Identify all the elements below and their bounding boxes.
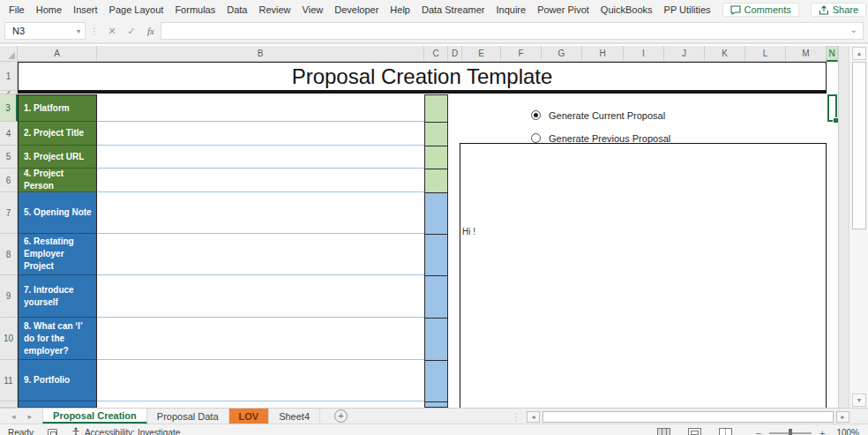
comments-button[interactable]: Comments bbox=[722, 3, 799, 17]
menu-view[interactable]: View bbox=[303, 4, 324, 15]
tab-proposal-creation[interactable]: Proposal Creation bbox=[42, 409, 147, 424]
radio-generate-current[interactable]: Generate Current Proposal bbox=[531, 109, 665, 122]
active-cell-n3[interactable] bbox=[827, 94, 837, 122]
column-header-i[interactable]: I bbox=[624, 46, 664, 62]
row-header-4[interactable]: 4 bbox=[0, 122, 18, 146]
cell-c12[interactable] bbox=[424, 401, 448, 408]
cell-b5[interactable] bbox=[97, 146, 424, 169]
menu-file[interactable]: File bbox=[9, 4, 25, 15]
sheet-nav-right-icon[interactable]: ▸ bbox=[28, 412, 33, 421]
row-header-3[interactable]: 3 bbox=[0, 94, 18, 122]
cell-b3[interactable] bbox=[97, 94, 424, 122]
column-header-k[interactable]: K bbox=[705, 46, 745, 62]
column-header-e[interactable]: E bbox=[462, 46, 501, 62]
menu-review[interactable]: Review bbox=[258, 4, 290, 15]
scrollbar-splitter-icon[interactable]: ⋮ bbox=[512, 412, 520, 422]
label-row12-partial[interactable] bbox=[18, 401, 97, 408]
zoom-out-icon[interactable]: − bbox=[752, 428, 766, 435]
select-all-corner[interactable] bbox=[0, 46, 18, 62]
formula-input[interactable]: ⌄ bbox=[161, 22, 864, 40]
cell-c3[interactable] bbox=[424, 94, 448, 123]
row-header-12[interactable] bbox=[0, 401, 18, 408]
name-box-chevron-icon[interactable]: ▾ bbox=[77, 27, 80, 35]
scroll-left-icon[interactable]: ◄ bbox=[527, 411, 540, 423]
column-header-g[interactable]: G bbox=[542, 46, 582, 62]
scroll-down-icon[interactable]: ▼ bbox=[852, 394, 866, 407]
cancel-icon[interactable]: ✕ bbox=[102, 26, 122, 37]
row-header-1[interactable]: 1 bbox=[0, 62, 18, 91]
horizontal-scrollbar[interactable]: ⋮ ◄ ► bbox=[512, 410, 849, 423]
sheet-title-cell[interactable]: Proposal Creation Template bbox=[18, 62, 827, 91]
zoom-slider-handle[interactable] bbox=[789, 429, 792, 435]
column-header-l[interactable]: L bbox=[745, 46, 786, 62]
share-button[interactable]: Share bbox=[811, 3, 866, 17]
cell-c7[interactable] bbox=[424, 192, 448, 235]
cell-c11[interactable] bbox=[424, 360, 448, 402]
scroll-right-icon[interactable]: ► bbox=[836, 411, 849, 423]
cell-b4[interactable] bbox=[97, 122, 424, 146]
column-header-m[interactable]: M bbox=[786, 46, 827, 62]
enter-icon[interactable]: ✓ bbox=[122, 26, 141, 37]
tab-lov[interactable]: LOV bbox=[229, 409, 270, 424]
cell-c10[interactable] bbox=[424, 318, 448, 361]
column-header-c[interactable]: C bbox=[424, 46, 448, 62]
column-header-b[interactable]: B bbox=[97, 46, 424, 62]
label-project-title[interactable]: 2. Project Title bbox=[18, 122, 97, 146]
cell-b9[interactable] bbox=[97, 275, 424, 318]
vertical-scrollbar[interactable]: ▲ ▼ bbox=[849, 46, 868, 408]
label-introduce-yourself[interactable]: 7. Introduce yourself bbox=[18, 275, 97, 318]
cell-c8[interactable] bbox=[424, 234, 448, 276]
row-header-10[interactable]: 10 bbox=[0, 318, 18, 360]
row-header-7[interactable]: 7 bbox=[0, 192, 18, 234]
normal-view-icon[interactable] bbox=[657, 428, 670, 435]
cell-b10[interactable] bbox=[97, 318, 424, 360]
column-header-a[interactable]: A bbox=[18, 46, 97, 62]
horizontal-scroll-thumb[interactable] bbox=[542, 411, 834, 423]
cell-c9[interactable] bbox=[424, 275, 448, 319]
label-opening-note[interactable]: 5. Opening Note bbox=[18, 192, 97, 234]
add-sheet-icon[interactable]: + bbox=[334, 409, 348, 423]
radio-selected-icon[interactable] bbox=[531, 110, 541, 120]
menu-pp-utilities[interactable]: PP Utilities bbox=[664, 4, 711, 15]
column-header-j[interactable]: J bbox=[664, 46, 705, 62]
cell-b6[interactable] bbox=[97, 169, 424, 192]
cell-c4[interactable] bbox=[424, 122, 448, 146]
scroll-up-icon[interactable]: ▲ bbox=[852, 47, 866, 60]
radio-unselected-icon[interactable] bbox=[531, 133, 541, 143]
menu-data[interactable]: Data bbox=[227, 4, 247, 15]
menu-page-layout[interactable]: Page Layout bbox=[109, 4, 164, 15]
proposal-output-box[interactable] bbox=[460, 143, 827, 408]
menu-insert[interactable]: Insert bbox=[73, 4, 98, 15]
insert-function-icon[interactable]: fx bbox=[141, 26, 161, 36]
zoom-slider[interactable] bbox=[769, 432, 812, 434]
label-portfolio[interactable]: 9. Portfolio bbox=[18, 360, 97, 401]
sheet-nav-left-icon[interactable]: ◂ bbox=[11, 412, 16, 421]
zoom-level[interactable]: 100% bbox=[836, 428, 859, 435]
zoom-in-icon[interactable]: + bbox=[815, 428, 829, 435]
cell-c5[interactable] bbox=[424, 146, 448, 169]
menu-data-streamer[interactable]: Data Streamer bbox=[422, 4, 485, 15]
row-header-11[interactable]: 11 bbox=[0, 360, 18, 401]
menu-home[interactable]: Home bbox=[36, 4, 62, 15]
cell-c6[interactable] bbox=[424, 169, 448, 193]
formula-expand-chevron-icon[interactable]: ⌄ bbox=[850, 25, 857, 34]
column-header-h[interactable]: H bbox=[582, 46, 624, 62]
row-header-9[interactable]: 9 bbox=[0, 275, 18, 318]
page-layout-view-icon[interactable] bbox=[688, 428, 701, 435]
macro-record-icon[interactable] bbox=[48, 429, 57, 435]
menu-quickbooks[interactable]: QuickBooks bbox=[601, 4, 653, 15]
menu-formulas[interactable]: Formulas bbox=[175, 4, 215, 15]
row-header-5[interactable]: 5 bbox=[0, 146, 18, 169]
tab-sheet4[interactable]: Sheet4 bbox=[269, 409, 320, 424]
column-header-n[interactable]: N bbox=[827, 46, 838, 62]
column-header-f[interactable]: F bbox=[501, 46, 542, 62]
label-project-url[interactable]: 3. Project URL bbox=[18, 146, 97, 169]
label-restating-project[interactable]: 6. Restating Employer Project bbox=[18, 234, 97, 275]
accessibility-status[interactable]: Accessibility: Investigate bbox=[71, 427, 180, 435]
label-platform[interactable]: 1. Platform bbox=[18, 94, 97, 122]
cell-b7[interactable] bbox=[97, 192, 424, 234]
page-break-view-icon[interactable] bbox=[719, 428, 732, 435]
tab-proposal-data[interactable]: Proposal Data bbox=[147, 409, 229, 424]
menu-developer[interactable]: Developer bbox=[334, 4, 378, 15]
row-header-8[interactable]: 8 bbox=[0, 234, 18, 275]
